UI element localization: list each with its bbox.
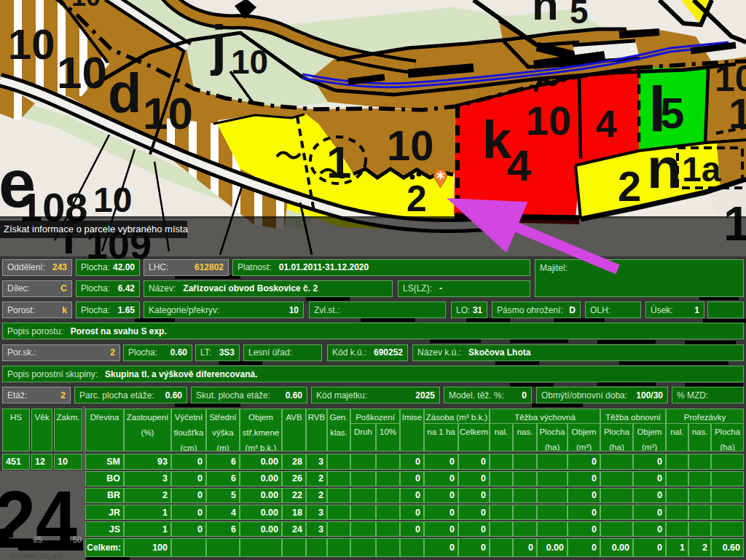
svg-text:d: d (108, 62, 141, 124)
svg-text:j: j (210, 14, 227, 76)
svg-text:1a: 1a (682, 150, 721, 189)
svg-text:5: 5 (570, 0, 589, 31)
svg-text:4: 4 (596, 103, 617, 145)
svg-text:10: 10 (143, 88, 193, 138)
svg-text:5: 5 (660, 89, 684, 138)
svg-text:2: 2 (618, 162, 641, 210)
svg-text:10: 10 (231, 43, 268, 81)
svg-text:2: 2 (407, 178, 427, 219)
svg-text:n: n (532, 0, 559, 29)
svg-text:10: 10 (526, 98, 571, 143)
svg-text:n: n (647, 136, 682, 200)
svg-text:10: 10 (71, 0, 101, 12)
svg-text:4: 4 (507, 141, 532, 190)
svg-text:1: 1 (326, 137, 351, 187)
svg-text:10: 10 (93, 181, 132, 219)
svg-text:10: 10 (8, 20, 55, 68)
svg-text:10: 10 (57, 47, 107, 98)
svg-text:10: 10 (387, 122, 434, 169)
svg-text:1: 1 (729, 90, 746, 137)
